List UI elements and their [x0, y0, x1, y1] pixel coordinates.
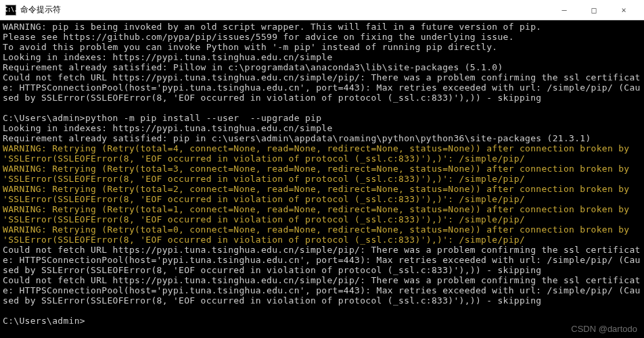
terminal-line: Could not fetch URL https://pypi.tuna.ts…: [3, 275, 641, 306]
terminal-line: Please see https://github.com/pypa/pip/i…: [3, 32, 641, 42]
terminal-line: To avoid this problem you can invoke Pyt…: [3, 42, 641, 52]
minimize-button[interactable]: —: [549, 1, 579, 20]
terminal-line: C:\Users\admin>python -m pip install --u…: [3, 113, 641, 123]
terminal-line: WARNING: Retrying (Retry(total=1, connec…: [3, 204, 641, 224]
terminal-line: WARNING: Retrying (Retry(total=3, connec…: [3, 164, 641, 184]
terminal-line: [3, 103, 641, 113]
terminal-line: [3, 306, 641, 316]
terminal-line: WARNING: Retrying (Retry(total=0, connec…: [3, 224, 641, 245]
window-title: 命令提示符: [20, 4, 61, 16]
terminal-line: WARNING: Retrying (Retry(total=2, connec…: [3, 184, 641, 204]
maximize-button[interactable]: □: [579, 1, 609, 20]
terminal-output[interactable]: WARNING: pip is being invoked by an old …: [0, 20, 644, 338]
close-button[interactable]: ×: [609, 1, 639, 20]
titlebar-left: C:\. 命令提示符: [5, 4, 61, 16]
terminal-line: Could not fetch URL https://pypi.tuna.ts…: [3, 245, 641, 275]
window-controls: — □ ×: [549, 1, 639, 20]
cmd-icon: C:\.: [5, 5, 16, 16]
terminal-line: Looking in indexes: https://pypi.tuna.ts…: [3, 52, 641, 62]
terminal-line: Could not fetch URL https://pypi.tuna.ts…: [3, 72, 641, 103]
terminal-line: Requirement already satisfied: Pillow in…: [3, 62, 641, 72]
terminal-line: Looking in indexes: https://pypi.tuna.ts…: [3, 123, 641, 133]
window-titlebar[interactable]: C:\. 命令提示符 — □ ×: [0, 0, 644, 20]
terminal-line: Requirement already satisfied: pip in c:…: [3, 133, 641, 143]
terminal-line: WARNING: Retrying (Retry(total=4, connec…: [3, 143, 641, 164]
watermark-text: CSDN @dartodo: [571, 324, 637, 334]
terminal-line: WARNING: pip is being invoked by an old …: [3, 22, 641, 32]
terminal-line: C:\Users\admin>: [3, 316, 641, 326]
